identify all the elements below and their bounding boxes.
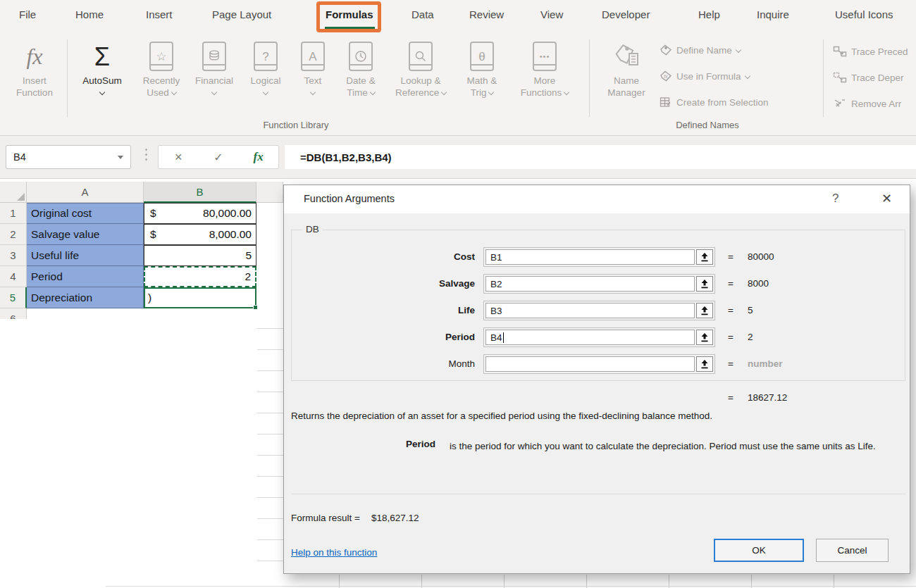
cell-a1[interactable]: Original cost	[27, 203, 144, 224]
cell-a4[interactable]: Period	[27, 266, 144, 287]
tab-review[interactable]: Review	[469, 8, 504, 20]
tab-help[interactable]: Help	[698, 8, 720, 20]
period-input[interactable]: B4	[485, 330, 695, 345]
tab-insert[interactable]: Insert	[146, 8, 173, 20]
enter-entry-icon[interactable]: ✓	[199, 151, 239, 164]
month-result: number	[748, 358, 783, 369]
cell-b5-active[interactable]: )	[144, 287, 256, 308]
date-time-label-1: Date &	[335, 75, 386, 87]
cell-b3[interactable]: 5	[144, 245, 256, 266]
row-header-6-partial[interactable]: 6	[0, 308, 27, 319]
cell-value: 80,000.00	[203, 207, 256, 220]
date-time-button[interactable]: Date & Time	[335, 38, 386, 120]
formula-bar: B4 × ✓ fx =DB(B1,B2,B3,B4)	[0, 136, 916, 179]
text-book-icon: A	[301, 42, 325, 71]
cell-b1[interactable]: $ 80,000.00	[144, 203, 256, 224]
tab-inquire[interactable]: Inquire	[757, 8, 789, 20]
cell-b2[interactable]: $ 8,000.00	[144, 224, 256, 245]
dialog-close-icon[interactable]: ✕	[881, 191, 892, 206]
equals-sign: =	[728, 332, 734, 342]
dialog-title-bar[interactable]: Function Arguments ? ✕	[284, 185, 910, 213]
cell-a5[interactable]: Depreciation	[27, 287, 144, 308]
autosum-button[interactable]: Σ AutoSum	[70, 38, 134, 120]
collapse-dialog-button[interactable]	[696, 330, 713, 345]
ribbon-separator	[823, 39, 824, 117]
salvage-input[interactable]: B2	[485, 276, 695, 292]
use-in-formula-label: Use in Formula	[676, 71, 741, 82]
name-manager-button[interactable]: Name Manager	[596, 38, 657, 120]
name-box-dropdown-icon[interactable]	[118, 156, 123, 159]
logical-book-icon: ?	[254, 42, 278, 71]
insert-function-fx-icon[interactable]: fx	[238, 150, 278, 164]
collapse-dialog-button[interactable]	[696, 356, 713, 372]
tag-icon	[660, 44, 672, 56]
life-input[interactable]: B3	[485, 303, 695, 318]
ok-button[interactable]: OK	[714, 539, 804, 562]
overall-result-row: = 18627.12	[284, 388, 910, 408]
tab-useful-icons[interactable]: Useful Icons	[835, 8, 893, 20]
month-input[interactable]	[485, 356, 695, 372]
create-from-selection-button[interactable]: Create from Selection	[660, 93, 769, 111]
theta-icon: θ	[478, 51, 485, 63]
row-header-5[interactable]: 5	[0, 287, 27, 308]
math-trig-button[interactable]: θ Math & Trig	[455, 38, 509, 120]
overall-result: 18627.12	[748, 392, 787, 403]
insert-function-button[interactable]: fx Insert Function	[6, 38, 63, 120]
gridlines-right-of-column-b	[257, 308, 283, 575]
create-from-selection-label: Create from Selection	[676, 97, 769, 108]
tab-developer[interactable]: Developer	[602, 8, 650, 20]
cell-a2[interactable]: Salvage value	[27, 224, 144, 245]
tab-page-layout[interactable]: Page Layout	[212, 8, 271, 20]
cell-b4-marching-ants[interactable]: 2	[144, 266, 256, 287]
remove-arrows-button[interactable]: Remove Arr	[833, 94, 901, 113]
logical-button[interactable]: ? Logical	[241, 38, 290, 120]
select-all-corner[interactable]	[0, 182, 27, 203]
more-functions-button[interactable]: ••• More Functions	[510, 38, 579, 120]
period-refedit: B4	[483, 327, 715, 347]
financial-button[interactable]: Financial	[187, 38, 241, 120]
lookup-label-2: Reference	[395, 87, 439, 98]
define-name-button[interactable]: Define Name	[660, 41, 741, 59]
column-header-b[interactable]: B	[144, 182, 256, 203]
help-on-this-function-link[interactable]: Help on this function	[291, 547, 377, 558]
row-header-4[interactable]: 4	[0, 266, 27, 287]
row-header-3[interactable]: 3	[0, 245, 27, 266]
row-header-1[interactable]: 1	[0, 203, 27, 224]
collapse-dialog-button[interactable]	[696, 249, 713, 265]
cancel-button[interactable]: Cancel	[816, 539, 889, 562]
cancel-entry-icon[interactable]: ×	[159, 150, 199, 165]
defined-names-group-label: Defined Names	[596, 120, 819, 134]
cell-a3[interactable]: Useful life	[27, 245, 144, 266]
column-header-c-partial[interactable]	[256, 182, 283, 203]
tab-home[interactable]: Home	[75, 8, 104, 20]
chevron-down-icon	[310, 89, 316, 95]
argument-help-text: is the period for which you want to calc…	[450, 439, 906, 453]
text-button[interactable]: A Text	[292, 38, 334, 120]
collapse-arrow-icon	[700, 252, 709, 262]
cost-input[interactable]: B1	[485, 249, 695, 265]
formula-bar-buttons: × ✓ fx	[158, 145, 279, 169]
trace-precedents-button[interactable]: Trace Preced	[833, 42, 908, 61]
collapse-dialog-button[interactable]	[696, 276, 713, 292]
lookup-reference-button[interactable]: Lookup & Reference	[388, 38, 454, 120]
collapse-dialog-button[interactable]	[696, 303, 713, 318]
row-header-2[interactable]: 2	[0, 224, 27, 245]
chevron-down-icon	[744, 73, 750, 79]
formula-bar-resize-handle[interactable]	[145, 149, 147, 161]
trace-dependents-button[interactable]: Trace Deper	[833, 68, 904, 87]
field-row-life: Life B3 = 5	[284, 301, 910, 320]
ribbon-separator	[67, 39, 68, 117]
name-box-value: B4	[13, 151, 26, 163]
tab-data[interactable]: Data	[411, 8, 434, 20]
name-box[interactable]: B4	[6, 145, 131, 169]
db-group-label: DB	[302, 224, 323, 234]
letter-a-icon: A	[309, 51, 316, 63]
dialog-help-icon[interactable]: ?	[832, 192, 838, 206]
formula-input[interactable]: =DB(B1,B2,B3,B4)	[285, 145, 916, 169]
define-name-label: Define Name	[676, 45, 732, 56]
recently-used-button[interactable]: ☆ Recently Used	[135, 38, 187, 120]
tab-view[interactable]: View	[540, 8, 563, 20]
column-header-a[interactable]: A	[27, 182, 144, 203]
tab-file[interactable]: File	[19, 8, 36, 20]
use-in-formula-button[interactable]: fx Use in Formula	[660, 67, 750, 85]
